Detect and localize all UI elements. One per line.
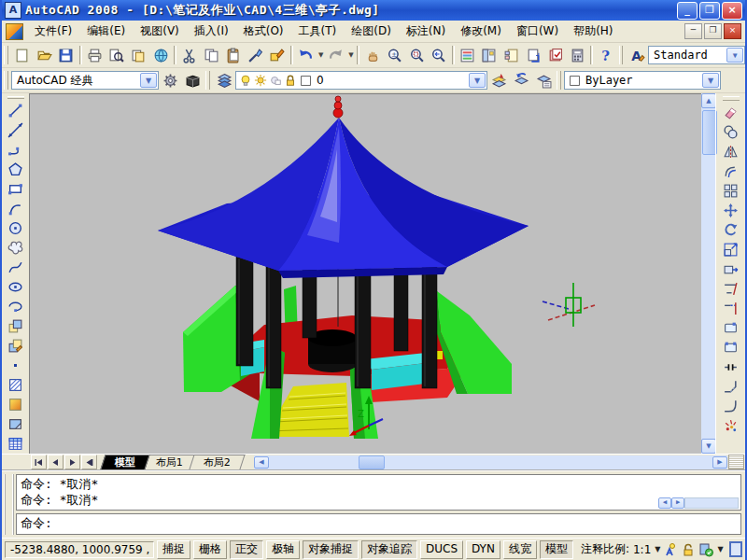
trusted-status-button[interactable] [698,541,713,558]
menu-modify[interactable]: 修改(M) [453,21,509,42]
break-at-point-button[interactable] [721,318,741,338]
command-window-grip[interactable] [4,474,14,535]
next-tab-icon[interactable] [64,455,80,469]
maximize-button[interactable]: ❐ [699,2,720,20]
mdi-minimize-button[interactable]: ─ [684,23,702,39]
menu-dimension[interactable]: 标注(N) [399,21,453,42]
web-button[interactable] [149,44,172,66]
freeze-viewport-icon[interactable] [269,74,282,87]
layer-properties-manager-button[interactable] [213,69,235,91]
scroll-right-icon[interactable]: ▶ [671,497,684,509]
markup-manager-button[interactable] [544,44,567,66]
menu-help[interactable]: 帮助(H) [566,21,620,42]
polyline-button[interactable] [6,140,26,160]
copy-object-button[interactable] [721,122,741,142]
make-block-button[interactable] [6,336,26,356]
lock-icon[interactable] [284,74,297,87]
annotation-visibility-button[interactable] [663,541,678,558]
command-scroll-track[interactable] [684,497,739,509]
toolbar-grip[interactable] [4,71,8,90]
pan-button[interactable] [361,44,384,66]
hatch-button[interactable] [6,375,26,395]
tab-layout2[interactable]: 布局2 [189,455,245,469]
toggle-grid[interactable]: 栅格 [193,540,227,559]
scroll-up-icon[interactable]: ▲ [701,93,716,108]
trim-button[interactable] [721,279,741,299]
erase-button[interactable] [721,103,741,122]
stretch-button[interactable] [721,259,741,279]
plot-preview-button[interactable] [106,44,128,66]
menu-insert[interactable]: 插入(I) [187,21,236,42]
zoom-window-button[interactable] [406,44,429,66]
menu-format[interactable]: 格式(O) [236,21,291,42]
redo-dropdown-arrow[interactable]: ▼ [347,45,356,65]
break-button[interactable] [721,338,741,357]
toggle-ducs[interactable]: DUCS [420,540,463,559]
combo-arrow-icon[interactable]: ▼ [469,73,486,88]
undo-button[interactable] [295,44,317,66]
toggle-ortho[interactable]: 正交 [230,540,263,559]
toggle-polar[interactable]: 极轴 [266,540,300,559]
undo-dropdown-arrow[interactable]: ▼ [317,45,325,65]
toggle-model[interactable]: 模型 [540,540,573,559]
quickcalc-button[interactable] [566,44,588,66]
menu-view[interactable]: 视图(V) [133,21,187,42]
arc-button[interactable] [6,199,26,218]
text-style-combo[interactable]: Standard ▼ [648,46,745,64]
paste-button[interactable] [222,44,245,66]
copy-button[interactable] [200,44,222,66]
tool-palettes-button[interactable] [500,44,523,66]
toolbar-grip[interactable] [557,71,561,90]
explode-button[interactable] [721,416,741,436]
offset-button[interactable] [721,161,741,181]
mdi-close-button[interactable]: × [724,23,741,39]
command-input[interactable]: 命令: [16,513,741,535]
clean-screen-button[interactable] [729,541,742,557]
toggle-lineweight[interactable]: 线宽 [503,540,537,559]
chamfer-button[interactable] [721,377,741,397]
menu-window[interactable]: 窗口(W) [509,21,566,42]
horizontal-scroll-thumb[interactable] [359,455,385,469]
scroll-left-icon[interactable]: ◀ [254,456,269,469]
zoom-previous-button[interactable] [428,44,450,66]
close-button[interactable]: × [722,2,742,20]
save-workspace-button[interactable] [181,69,204,91]
combo-arrow-icon[interactable]: ▼ [702,73,719,88]
polygon-button[interactable] [6,160,26,179]
toolbar-grip[interactable] [619,46,624,64]
horizontal-scrollbar[interactable]: ◀ ▶ [254,455,727,469]
color-combo[interactable]: ByLayer ▼ [564,71,721,90]
ellipse-arc-button[interactable] [6,297,26,316]
annotation-scale-value[interactable]: 1:1 [633,543,651,556]
menu-draw[interactable]: 绘图(D) [344,21,399,42]
move-button[interactable] [721,201,741,220]
array-button[interactable] [721,181,741,201]
annotation-scale-dropdown-icon[interactable]: ▼ [655,545,660,553]
circle-button[interactable] [6,218,26,238]
text-style-button[interactable]: A [626,44,648,66]
ui-lock-button[interactable] [681,541,696,558]
workspace-settings-button[interactable] [159,69,181,91]
mdi-restore-button[interactable]: ❐ [704,23,722,39]
plot-button[interactable] [84,44,106,66]
insert-block-button[interactable] [6,316,26,336]
table-button[interactable] [6,434,26,454]
mirror-button[interactable] [721,142,741,161]
status-menu-arrow-icon[interactable]: ▼ [717,545,723,553]
open-button[interactable] [34,44,56,66]
toolbar-grip[interactable] [205,71,210,90]
fillet-button[interactable] [721,397,741,416]
layer-combo[interactable]: 0 ▼ [235,71,487,90]
spline-button[interactable] [6,258,26,277]
block-editor-button[interactable] [266,44,289,66]
workspace-combo[interactable]: AutoCAD 经典 ▼ [11,71,159,90]
zoom-realtime-button[interactable]: ± [384,44,406,66]
help-button[interactable]: ? [595,44,617,66]
scale-button[interactable] [721,240,741,259]
publish-button[interactable] [128,44,150,66]
scroll-down-icon[interactable]: ▼ [701,439,716,454]
make-object-layer-current-button[interactable] [487,69,510,91]
layer-states-button[interactable] [532,69,555,91]
match-properties-button[interactable] [245,44,267,66]
toggle-osnap[interactable]: 对象捕捉 [303,540,359,559]
